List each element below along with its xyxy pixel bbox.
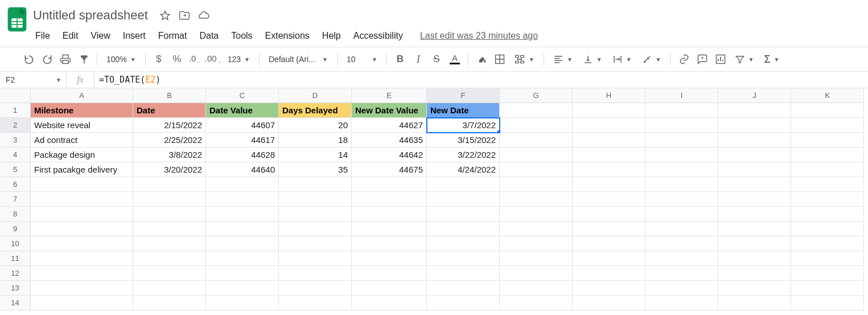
move-icon[interactable]: [179, 10, 190, 21]
cell-I13[interactable]: [645, 281, 718, 296]
cell-A2[interactable]: Website reveal: [31, 118, 133, 133]
cell-A3[interactable]: Ad contract: [31, 133, 133, 148]
functions-combo[interactable]: Σ▼: [759, 51, 784, 68]
cell-I6[interactable]: [645, 177, 718, 192]
cell-I10[interactable]: [645, 236, 718, 251]
cloud-status-icon[interactable]: [198, 10, 209, 21]
cell-C10[interactable]: [206, 236, 279, 251]
cell-J3[interactable]: [718, 133, 791, 148]
cell-D6[interactable]: [279, 177, 352, 192]
cell-B4[interactable]: 3/8/2022: [133, 148, 206, 162]
cell-G9[interactable]: [500, 222, 573, 236]
cell-E10[interactable]: [352, 236, 427, 251]
font-size-combo[interactable]: 10▼: [342, 51, 382, 68]
cell-A12[interactable]: [31, 266, 133, 281]
cell-E1[interactable]: New Date Value: [352, 103, 427, 118]
cell-G1[interactable]: [500, 103, 573, 118]
cell-A1[interactable]: Milestone: [31, 103, 133, 118]
chart-button[interactable]: [712, 51, 729, 68]
cell-I5[interactable]: [645, 162, 718, 177]
row-header-3[interactable]: 3: [0, 133, 31, 148]
cell-F8[interactable]: [427, 207, 500, 222]
cell-F12[interactable]: [427, 266, 500, 281]
cell-B7[interactable]: [133, 192, 206, 207]
cell-G5[interactable]: [500, 162, 573, 177]
cell-I7[interactable]: [645, 192, 718, 207]
col-header-B[interactable]: B: [133, 88, 206, 103]
cell-H11[interactable]: [573, 251, 645, 266]
wrap-combo[interactable]: ▼: [608, 51, 636, 68]
cell-K2[interactable]: [791, 118, 864, 133]
cell-H5[interactable]: [573, 162, 645, 177]
cell-G2[interactable]: [500, 118, 573, 133]
cell-C1[interactable]: Date Value: [206, 103, 279, 118]
cell-K5[interactable]: [791, 162, 864, 177]
cell-E13[interactable]: [352, 281, 427, 296]
cell-I14[interactable]: [645, 296, 718, 310]
cell-A13[interactable]: [31, 281, 133, 296]
select-all-corner[interactable]: [0, 88, 31, 103]
borders-button[interactable]: [491, 51, 508, 68]
cell-B2[interactable]: 2/15/2022: [133, 118, 206, 133]
dec-decrease-button[interactable]: .0←: [187, 51, 204, 68]
text-color-button[interactable]: A: [446, 51, 463, 68]
cell-I3[interactable]: [645, 133, 718, 148]
cell-H6[interactable]: [573, 177, 645, 192]
cell-A10[interactable]: [31, 236, 133, 251]
cell-H2[interactable]: [573, 118, 645, 133]
cell-K1[interactable]: [791, 103, 864, 118]
zoom-combo[interactable]: 100%▼: [102, 51, 141, 68]
menu-data[interactable]: Data: [194, 27, 224, 44]
cell-D7[interactable]: [279, 192, 352, 207]
cell-F7[interactable]: [427, 192, 500, 207]
cell-K9[interactable]: [791, 222, 864, 236]
row-header-9[interactable]: 9: [0, 222, 31, 236]
star-icon[interactable]: [159, 10, 171, 21]
cell-B10[interactable]: [133, 236, 206, 251]
cell-C14[interactable]: [206, 296, 279, 310]
cell-G4[interactable]: [500, 148, 573, 162]
cell-I4[interactable]: [645, 148, 718, 162]
cell-E4[interactable]: 44642: [352, 148, 427, 162]
col-header-D[interactable]: D: [279, 88, 352, 103]
menu-accessibility[interactable]: Accessibility: [348, 27, 409, 44]
cell-H1[interactable]: [573, 103, 645, 118]
cell-H3[interactable]: [573, 133, 645, 148]
col-header-F[interactable]: F: [427, 88, 500, 103]
cell-J2[interactable]: [718, 118, 791, 133]
cell-K6[interactable]: [791, 177, 864, 192]
cell-I9[interactable]: [645, 222, 718, 236]
cell-E6[interactable]: [352, 177, 427, 192]
cell-D10[interactable]: [279, 236, 352, 251]
cell-H12[interactable]: [573, 266, 645, 281]
cell-K3[interactable]: [791, 133, 864, 148]
cell-J12[interactable]: [718, 266, 791, 281]
row-header-14[interactable]: 14: [0, 296, 31, 310]
cell-K10[interactable]: [791, 236, 864, 251]
cell-J14[interactable]: [718, 296, 791, 310]
cell-E8[interactable]: [352, 207, 427, 222]
cell-B3[interactable]: 2/25/2022: [133, 133, 206, 148]
cell-G14[interactable]: [500, 296, 573, 310]
fill-color-button[interactable]: [473, 51, 490, 68]
cell-F9[interactable]: [427, 222, 500, 236]
formula-bar[interactable]: =TO_DATE(E2): [94, 75, 868, 85]
cell-D4[interactable]: 14: [279, 148, 352, 162]
cell-C13[interactable]: [206, 281, 279, 296]
cell-J11[interactable]: [718, 251, 791, 266]
menu-edit[interactable]: Edit: [57, 27, 84, 44]
last-edit-link[interactable]: Last edit was 23 minutes ago: [410, 31, 538, 41]
cell-B12[interactable]: [133, 266, 206, 281]
menu-help[interactable]: Help: [316, 27, 347, 44]
cell-K12[interactable]: [791, 266, 864, 281]
dec-increase-button[interactable]: .00→: [205, 51, 222, 68]
cell-K11[interactable]: [791, 251, 864, 266]
cell-I1[interactable]: [645, 103, 718, 118]
doc-title[interactable]: Untitled spreadsheet: [30, 7, 151, 24]
cell-B13[interactable]: [133, 281, 206, 296]
cell-C2[interactable]: 44607: [206, 118, 279, 133]
cell-D9[interactable]: [279, 222, 352, 236]
halign-combo[interactable]: ▼: [549, 51, 577, 68]
col-header-E[interactable]: E: [352, 88, 427, 103]
cell-J5[interactable]: [718, 162, 791, 177]
